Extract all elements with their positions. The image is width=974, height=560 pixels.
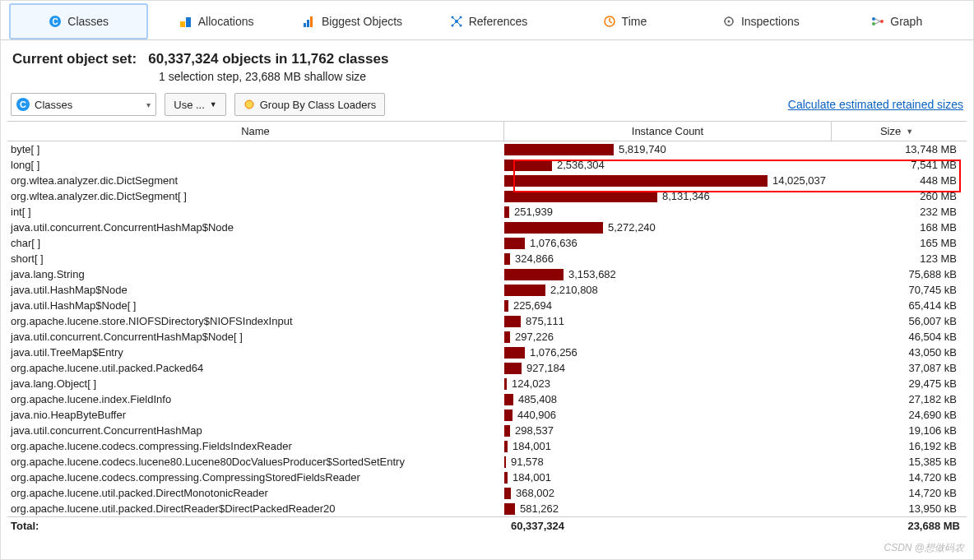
tab-time[interactable]: Time [557,3,693,39]
toolbar: C Classes ▾ Use ... ▼ Group By Class Loa… [1,88,973,121]
col-size[interactable]: Size▼ [832,122,962,141]
cell-size: 13,748 MB [832,143,962,155]
summary-prefix: Current object set: [12,51,137,67]
btn-label: Use ... [174,99,205,111]
cell-size: 65,414 kB [832,299,962,312]
cell-name: org.apache.lucene.util.packed.DirectRead… [7,502,504,515]
cell-name: byte[ ] [7,143,504,155]
count-value: 581,262 [520,502,559,515]
table-row[interactable]: org.apache.lucene.index.FieldInfo485,408… [7,391,967,407]
count-value: 251,939 [514,206,553,218]
cell-count: 3,153,682 [504,266,832,282]
count-value: 297,226 [515,331,554,343]
table-row[interactable]: java.util.TreeMap$Entry1,076,25643,050 k… [7,345,967,360]
table-row[interactable]: char[ ]1,076,636165 MB [7,235,967,251]
table-row[interactable]: org.wltea.analyzer.dic.DictSegment14,025… [7,173,967,188]
table-row[interactable]: java.util.HashMap$Node[ ]225,69465,414 k… [7,298,967,313]
cell-name: org.apache.lucene.store.NIOFSDirectory$N… [7,315,504,327]
cell-count: 124,023 [504,376,832,391]
group-by-class-loaders-button[interactable]: Group By Class Loaders [234,93,386,116]
chevron-down-icon: ▼ [210,100,217,109]
cell-name: java.util.TreeMap$Entry [7,346,504,359]
count-value: 5,272,240 [608,221,656,234]
cell-name: org.wltea.analyzer.dic.DictSegment[ ] [7,190,504,202]
svg-line-28 [875,19,880,21]
sort-desc-icon: ▼ [906,127,913,136]
classes-combo[interactable]: C Classes ▾ [11,93,156,116]
count-bar [504,222,603,234]
table-row[interactable]: org.apache.lucene.codecs.compressing.Fie… [7,438,967,454]
cell-name: long[ ] [7,159,504,171]
count-bar [504,425,510,437]
cell-size: 43,050 kB [832,346,962,359]
classes-icon: C [49,15,62,28]
count-bar [504,175,768,187]
tab-allocations[interactable]: Allocations [148,3,284,39]
cell-size: 15,385 kB [832,456,962,468]
cell-size: 232 MB [832,206,962,218]
count-bar [504,144,614,155]
references-icon [450,15,463,28]
table-row[interactable]: int[ ]251,939232 MB [7,204,967,220]
tab-inspections[interactable]: Inspections [693,3,828,39]
table-row[interactable]: short[ ]324,866123 MB [7,251,967,266]
table-row[interactable]: org.apache.lucene.store.NIOFSDirectory$N… [7,313,967,329]
table-row[interactable]: org.apache.lucene.util.packed.Packed6492… [7,360,967,376]
tab-graph[interactable]: Graph [829,3,965,39]
table-row[interactable]: java.util.HashMap$Node2,210,80870,745 kB [7,282,967,298]
count-value: 324,866 [515,252,554,265]
count-bar [504,285,545,296]
count-value: 2,210,808 [550,284,598,296]
table-row[interactable]: java.util.concurrent.ConcurrentHashMap$N… [7,329,967,345]
time-icon [603,15,616,28]
count-value: 875,111 [526,315,564,327]
tab-label: Inspections [741,15,800,28]
table-row[interactable]: org.wltea.analyzer.dic.DictSegment[ ]8,1… [7,188,967,204]
use-button[interactable]: Use ... ▼ [165,93,226,116]
table-row[interactable]: byte[ ]5,819,74013,748 MB [7,141,967,157]
total-count: 60,337,324 [508,520,835,532]
table-row[interactable]: java.util.concurrent.ConcurrentHashMap$N… [7,220,967,235]
svg-rect-2 [180,21,185,27]
tab-label: Graph [890,15,922,28]
summary-sub: 1 selection step, 23,688 MB shallow size [12,70,962,83]
cell-name: org.apache.lucene.util.packed.Packed64 [7,362,504,374]
chevron-down-icon: ▾ [146,100,151,109]
table-row[interactable]: java.nio.HeapByteBuffer440,90624,690 kB [7,407,967,423]
table-row[interactable]: long[ ]2,536,3047,541 MB [7,157,967,173]
table-row[interactable]: org.apache.lucene.util.packed.DirectRead… [7,501,967,516]
count-value: 3,153,682 [568,268,616,280]
cell-size: 448 MB [832,174,962,187]
svg-point-25 [872,17,875,21]
col-instance-count[interactable]: Instance Count [504,122,832,141]
table-row[interactable]: org.apache.lucene.util.packed.DirectMono… [7,485,967,501]
table-row[interactable]: java.util.concurrent.ConcurrentHashMap29… [7,423,967,438]
calculate-retained-link[interactable]: Calculate estimated retained sizes [788,98,963,111]
cell-name: char[ ] [7,237,504,249]
col-name[interactable]: Name [7,122,504,141]
table-row[interactable]: org.apache.lucene.codecs.compressing.Com… [7,470,967,485]
cell-name: org.apache.lucene.codecs.compressing.Fie… [7,440,504,452]
table-row[interactable]: java.lang.String3,153,68275,688 kB [7,266,967,282]
svg-rect-6 [310,16,313,27]
count-bar [504,456,506,468]
cell-name: java.util.concurrent.ConcurrentHashMap [7,424,504,437]
cell-count: 297,226 [504,329,832,345]
count-value: 440,906 [517,409,556,421]
svg-point-26 [872,22,875,25]
cell-size: 7,541 MB [832,159,962,171]
svg-rect-5 [307,20,309,27]
tab-biggest-objects[interactable]: Biggest Objects [285,3,420,39]
tab-classes[interactable]: C Classes [9,3,148,39]
cell-name: int[ ] [7,206,504,218]
count-bar [504,300,508,312]
tab-references[interactable]: References [420,3,556,39]
count-bar [504,410,513,421]
cell-size: 16,192 kB [832,440,962,452]
table-row[interactable]: org.apache.lucene.codecs.lucene80.Lucene… [7,454,967,470]
cell-size: 37,087 kB [832,362,962,374]
cell-size: 29,475 kB [832,377,962,390]
class-table: Name Instance Count Size▼ byte[ ]5,819,7… [7,121,967,535]
table-row[interactable]: java.lang.Object[ ]124,02329,475 kB [7,376,967,391]
count-bar [504,472,508,484]
